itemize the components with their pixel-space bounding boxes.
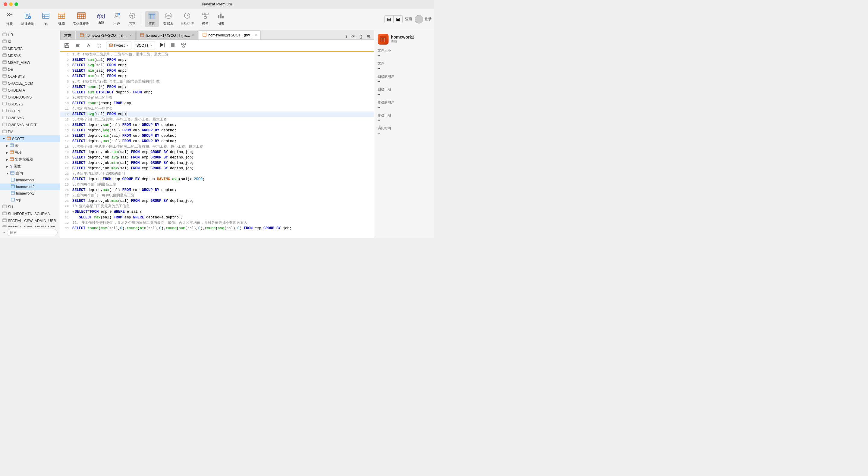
db-selector[interactable]: hwtest ▼ (106, 41, 131, 50)
sidebar-item-spatial-csw[interactable]: SPATIAL_CSW_ADMIN_USR (0, 217, 60, 224)
toolbar-autorun[interactable]: 自动运行 (178, 11, 197, 27)
app-title: Navicat Premium (202, 2, 232, 6)
toolbar-view[interactable]: 视图 (54, 11, 69, 27)
code-line-12[interactable]: 12 SELECT avg(sal) FROM emp; (60, 112, 374, 117)
schema-selector-arrow: ▼ (150, 44, 153, 47)
sidebar-item-sql[interactable]: sql (0, 197, 60, 203)
sidebar-item-ordplugins[interactable]: ORDPLUGINS (0, 94, 60, 101)
toolbar-query[interactable]: 查询 (145, 11, 159, 27)
window-controls[interactable] (4, 2, 18, 6)
code-line-28: 28 SELECT deptno,job,max(sal) FROM emp G… (60, 198, 374, 204)
toolbar-user[interactable]: 用户 (110, 11, 124, 27)
sidebar-item-scott-queries[interactable]: ▼ 查询 (0, 170, 60, 177)
code-line-33: 33 SELECT round(max(sal),0),round(min(sa… (60, 226, 374, 231)
sidebar-item-ordsys[interactable]: ORDSYS (0, 101, 60, 107)
tab-homework3[interactable]: homework3@SCOTT (h... ✕ (76, 31, 135, 39)
run-button[interactable] (158, 41, 166, 50)
stop-button[interactable] (168, 41, 177, 50)
code-line-25: 25 8.查询每个部门的最高工资 (60, 182, 374, 187)
tab-paren-button[interactable]: () (358, 33, 364, 39)
beautify-button[interactable] (84, 41, 93, 50)
toolbar-new-query[interactable]: 新建查询 (18, 11, 37, 27)
toolbar-connect[interactable]: 连接 (2, 11, 17, 27)
close-button[interactable] (4, 2, 7, 6)
format-button[interactable] (73, 41, 82, 50)
sidebar-item-scott-views[interactable]: ▶ 视图 (0, 149, 60, 156)
code-line-26: 26 SELECT deptno,max(sal) FROM emp GROUP… (60, 187, 374, 193)
sidebar-item-sh[interactable]: SH (0, 203, 60, 210)
sidebar-item-homework2[interactable]: homework2 (0, 184, 60, 190)
tab-info-button[interactable]: ℹ (344, 33, 348, 39)
sidebar-item-si[interactable]: SI_INFORMTN_SCHEMA (0, 210, 60, 217)
toolbar-table[interactable]: 表 (38, 11, 53, 27)
tab-homework2[interactable]: homework2@SCOTT (hw... ✕ (198, 30, 261, 39)
autorun-icon (184, 12, 191, 20)
sidebar-item-oe[interactable]: OE (0, 66, 60, 73)
sidebar-item-olapsys[interactable]: OLAPSYS (0, 73, 60, 80)
code-line-18: 18 6.求每个部门中从事不同工作的员工的工资总和、平均工资、最小工资、最大工资 (60, 144, 374, 150)
sidebar-item-pm[interactable]: PM (0, 128, 60, 135)
tab-homework3-close[interactable]: ✕ (129, 34, 132, 37)
tab-homework3-label: homework3@SCOTT (h... (86, 33, 127, 38)
sidebar-item-homework3[interactable]: homework3 (0, 190, 60, 197)
tab-eye-button[interactable]: 👁 (350, 33, 356, 39)
toolbar-materialized[interactable]: 实体化视图 (70, 11, 93, 27)
created-date-value: -- (378, 92, 430, 96)
code-line-23: 23 7.查出平均工资大于2000的部门 (60, 171, 374, 177)
sidebar-item-mdsys[interactable]: MDSYS (0, 52, 60, 59)
view-toggle-right[interactable]: ▣ (394, 16, 402, 23)
tab-grid-button[interactable]: ⊞ (365, 33, 371, 39)
sidebar-item-oracle-ocm[interactable]: ORACLE_OCM (0, 80, 60, 87)
svg-rect-44 (220, 13, 221, 19)
minimize-button[interactable] (9, 2, 13, 6)
orddata-icon (2, 88, 7, 93)
toolbar-other[interactable]: 其它 (125, 11, 140, 27)
schema-selector[interactable]: SCOTT ▼ (134, 41, 156, 50)
svg-point-36 (166, 13, 171, 15)
tab-objects[interactable]: 对象 (60, 31, 75, 39)
query-icon (148, 12, 156, 20)
sidebar-item-hr[interactable]: HR (0, 31, 60, 38)
tab-homework1-close[interactable]: ✕ (192, 34, 194, 37)
toolbar-model[interactable]: 模型 (198, 11, 213, 27)
view-toggle[interactable]: ▤ ▣ (384, 15, 403, 23)
sidebar-item-outln[interactable]: OUTLN (0, 107, 60, 115)
sidebar-item-scott[interactable]: ▼ SCOTT (0, 135, 60, 142)
maximize-button[interactable] (14, 2, 18, 6)
homework1-tab-icon (140, 33, 144, 38)
code-line-24: 24 SELECT deptno FROM emp GROUP BY deptn… (60, 177, 374, 182)
modifier-value: -- (378, 105, 430, 109)
sidebar-item-orddata[interactable]: ORDDATA (0, 87, 60, 94)
db-selector-icon (109, 43, 113, 48)
sidebar-item-mddata[interactable]: MDDATA (0, 45, 60, 52)
explain-button[interactable] (179, 41, 188, 50)
sidebar-item-scott-tables[interactable]: ▶ 表 (0, 142, 60, 149)
toolbar-datasource[interactable]: 数据泵 (160, 11, 176, 27)
sidebar-item-homework1[interactable]: homework1 (0, 177, 60, 184)
sidebar-item-owbsys[interactable]: OWBSYS (0, 115, 60, 121)
function-label: 函数 (98, 20, 104, 25)
sidebar-item-scott-mat-views[interactable]: ▶ 实体化视图 (0, 156, 60, 163)
svg-rect-147 (181, 43, 183, 44)
prop-created-date: 创建日期 -- (378, 87, 430, 96)
si-icon (2, 211, 7, 216)
sidebar-item-mgmt-view[interactable]: MGMT_VIEW (0, 59, 60, 66)
sidebar-search-input[interactable] (7, 229, 58, 236)
sql-icon (11, 198, 15, 202)
ordsys-icon (2, 101, 7, 107)
toolbar-chart[interactable]: 图表 (214, 11, 228, 27)
view-toggle-left[interactable]: ▤ (384, 16, 394, 23)
code-editor[interactable]: 1 1.求 emp表中工资总和、工资平均值、最小工资、最大工资 2 SELECT… (60, 52, 374, 238)
brackets-button[interactable]: () (95, 41, 104, 50)
save-button[interactable] (63, 41, 71, 50)
tab-homework1[interactable]: homework1@SCOTT (hw... ✕ (136, 31, 198, 39)
user-avatar[interactable] (415, 15, 423, 24)
tab-homework2-close[interactable]: ✕ (254, 33, 257, 37)
toolbar-function[interactable]: f(x) 函数 (94, 12, 108, 26)
sidebar-item-scott-functions[interactable]: ▶ fx 函数 (0, 163, 60, 170)
sidebar-item-spatial-wfs[interactable]: SPATIAL_WFS_ADMIN_USR (0, 224, 60, 227)
code-line-5: 5 SELECT max(sal) FROM emp; (60, 73, 374, 79)
sidebar-item-owbsys-audit[interactable]: OWBSYS_AUDIT (0, 121, 60, 128)
sidebar-item-ix[interactable]: IX (0, 38, 60, 45)
svg-rect-112 (3, 205, 6, 208)
